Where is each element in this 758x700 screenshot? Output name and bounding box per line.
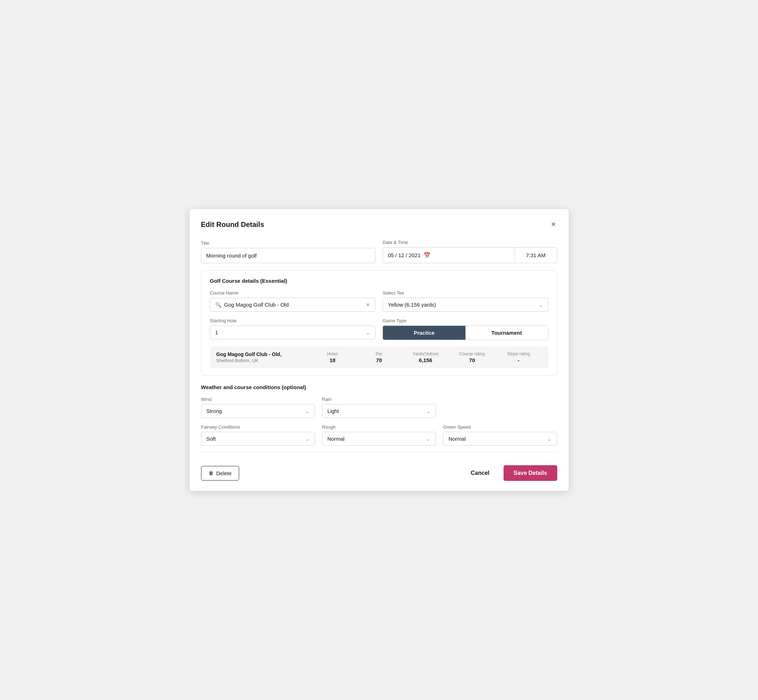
time-input[interactable]: 7:31 AM: [515, 247, 557, 263]
wind-rain-row: Wind Strong ⌄ Rain Light ⌄: [201, 397, 557, 418]
footer-row: 🗑 Delete Cancel Save Details: [201, 459, 557, 481]
datetime-row: 05 / 12 / 2021 📅 7:31 AM: [382, 247, 557, 263]
modal-header: Edit Round Details ×: [201, 219, 557, 230]
yards-value: 6,156: [402, 357, 449, 363]
course-info-location: Shelford Bottom, UK: [216, 358, 309, 363]
chevron-down-icon-rain: ⌄: [426, 408, 431, 414]
wind-dropdown[interactable]: Strong ⌄: [201, 404, 315, 418]
date-value: 05 / 12 / 2021: [388, 252, 421, 258]
select-tee-group: Select Tee Yellow (6,156 yards) ⌄: [382, 290, 548, 312]
course-name-tee-row: Course Name 🔍 Gog Magog Golf Club - Old …: [210, 290, 548, 312]
delete-label: Delete: [216, 470, 232, 476]
rain-dropdown[interactable]: Light ⌄: [322, 404, 436, 418]
save-button[interactable]: Save Details: [504, 465, 557, 481]
cancel-button[interactable]: Cancel: [465, 466, 495, 480]
rough-label: Rough: [322, 424, 436, 430]
chevron-down-icon: ⌄: [539, 302, 543, 308]
rough-value: Normal: [327, 436, 345, 442]
course-rating-value: 70: [449, 357, 495, 363]
fairway-rough-green-row: Fairway Conditions Soft ⌄ Rough Normal ⌄…: [201, 424, 557, 446]
course-info-main-name: Gog Magog Golf Club - Old,: [216, 352, 309, 357]
weather-section: Weather and course conditions (optional)…: [201, 384, 557, 446]
modal-title: Edit Round Details: [201, 220, 265, 229]
course-section: Golf Course details (Essential) Course N…: [201, 270, 557, 376]
calendar-icon: 📅: [423, 252, 431, 259]
starting-hole-dropdown[interactable]: 1 ⌄: [210, 325, 376, 339]
course-name-input[interactable]: 🔍 Gog Magog Golf Club - Old ✕: [210, 298, 376, 312]
search-icon: 🔍: [215, 302, 221, 308]
course-name-value: Gog Magog Golf Club - Old: [224, 302, 363, 308]
course-stat-holes: Holes 18: [309, 352, 356, 363]
fairway-dropdown[interactable]: Soft ⌄: [201, 432, 315, 446]
tournament-button[interactable]: Tournament: [465, 326, 548, 340]
datetime-label: Date & Time: [382, 240, 557, 245]
wind-value: Strong: [207, 408, 222, 414]
clear-icon[interactable]: ✕: [366, 302, 370, 308]
course-info-row: Gog Magog Golf Club - Old, Shelford Bott…: [210, 347, 548, 368]
course-stat-course-rating: Course rating 70: [449, 352, 495, 363]
starting-hole-gametype-row: Starting Hole 1 ⌄ Game Type Practice Tou…: [210, 318, 548, 340]
course-stat-yards: Yards(Yellow) 6,156: [402, 352, 449, 363]
game-type-toggle: Practice Tournament: [382, 325, 548, 340]
close-button[interactable]: ×: [550, 219, 557, 230]
rain-value: Light: [327, 408, 339, 414]
par-label: Par: [356, 352, 402, 356]
chevron-down-icon-wind: ⌄: [305, 408, 310, 414]
course-section-title: Golf Course details (Essential): [210, 278, 548, 284]
course-info-name: Gog Magog Golf Club - Old, Shelford Bott…: [216, 352, 309, 363]
green-speed-value: Normal: [448, 436, 465, 442]
footer-right: Cancel Save Details: [465, 465, 557, 481]
slope-rating-value: -: [495, 357, 542, 363]
holes-label: Holes: [309, 352, 356, 356]
holes-value: 18: [309, 357, 356, 363]
green-speed-label: Green Speed: [443, 424, 557, 430]
time-value: 7:31 AM: [526, 252, 545, 258]
fairway-label: Fairway Conditions: [201, 424, 315, 430]
rain-group: Rain Light ⌄: [322, 397, 436, 418]
chevron-down-icon-green: ⌄: [547, 436, 551, 442]
game-type-group: Game Type Practice Tournament: [382, 318, 548, 340]
title-group: Title: [201, 241, 376, 263]
rough-dropdown[interactable]: Normal ⌄: [322, 432, 436, 446]
fairway-value: Soft: [207, 436, 216, 442]
starting-hole-value: 1: [215, 330, 218, 336]
title-date-row: Title Date & Time 05 / 12 / 2021 📅 7:31 …: [201, 240, 557, 263]
select-tee-value: Yellow (6,156 yards): [388, 302, 436, 308]
wind-group: Wind Strong ⌄: [201, 397, 315, 418]
date-input[interactable]: 05 / 12 / 2021 📅: [382, 247, 515, 263]
course-stat-slope-rating: Slope rating -: [495, 352, 542, 363]
datetime-group: Date & Time 05 / 12 / 2021 📅 7:31 AM: [382, 240, 557, 263]
edit-round-modal: Edit Round Details × Title Date & Time 0…: [190, 209, 568, 491]
course-name-label: Course Name: [210, 290, 376, 295]
course-rating-label: Course rating: [449, 352, 495, 356]
rough-group: Rough Normal ⌄: [322, 424, 436, 446]
course-stat-par: Par 70: [356, 352, 402, 363]
weather-section-title: Weather and course conditions (optional): [201, 384, 557, 390]
title-input[interactable]: [201, 248, 376, 263]
trash-icon: 🗑: [208, 470, 213, 476]
par-value: 70: [356, 357, 402, 363]
course-name-group: Course Name 🔍 Gog Magog Golf Club - Old …: [210, 290, 376, 312]
green-speed-dropdown[interactable]: Normal ⌄: [443, 432, 557, 446]
slope-rating-label: Slope rating: [495, 352, 542, 356]
starting-hole-label: Starting Hole: [210, 318, 376, 323]
chevron-down-icon-2: ⌄: [366, 330, 370, 336]
practice-button[interactable]: Practice: [383, 326, 465, 340]
fairway-group: Fairway Conditions Soft ⌄: [201, 424, 315, 446]
select-tee-dropdown[interactable]: Yellow (6,156 yards) ⌄: [382, 298, 548, 312]
chevron-down-icon-fairway: ⌄: [305, 436, 310, 442]
game-type-label: Game Type: [382, 318, 548, 323]
starting-hole-group: Starting Hole 1 ⌄: [210, 318, 376, 340]
title-label: Title: [201, 241, 376, 246]
delete-button[interactable]: 🗑 Delete: [201, 466, 239, 481]
yards-label: Yards(Yellow): [402, 352, 449, 356]
rain-label: Rain: [322, 397, 436, 402]
select-tee-label: Select Tee: [382, 290, 548, 295]
green-speed-group: Green Speed Normal ⌄: [443, 424, 557, 446]
wind-label: Wind: [201, 397, 315, 402]
chevron-down-icon-rough: ⌄: [426, 436, 431, 442]
